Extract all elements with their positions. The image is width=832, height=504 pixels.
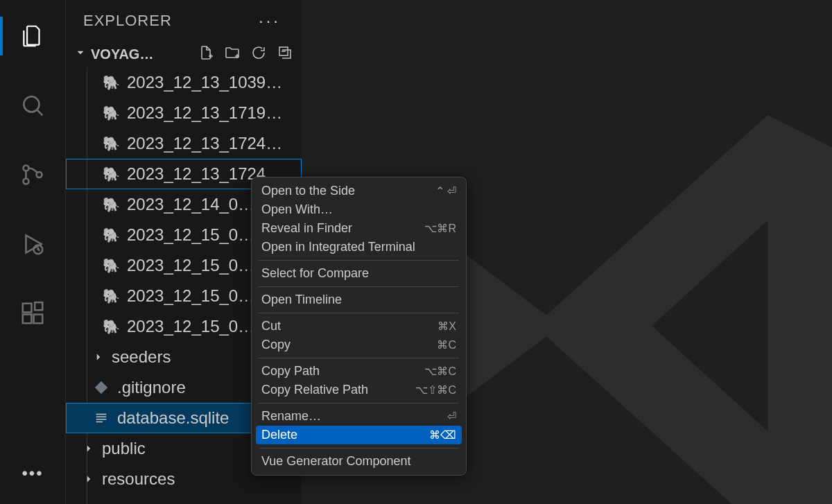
menu-separator [259, 448, 459, 449]
file-label: 2023_12_15_0… [127, 256, 254, 275]
file-label: 2023_12_15_0… [127, 225, 254, 245]
menu-item-shortcut: ⏎ [447, 410, 456, 423]
menu-item-label: Open With… [261, 202, 333, 217]
menu-item-label: Copy [261, 338, 291, 352]
menu-item-label: Open in Integrated Terminal [261, 240, 415, 254]
menu-item-label: Delete [261, 428, 297, 442]
menu-item-label: Open Timeline [261, 293, 342, 307]
php-file-icon: 🐘 [102, 166, 120, 182]
svg-rect-7 [34, 315, 43, 324]
context-menu-item[interactable]: Select for Compare [252, 264, 466, 283]
file-item[interactable]: 🐘2023_12_13_1724… [66, 128, 302, 159]
php-file-icon: 🐘 [102, 227, 120, 243]
workspace-header[interactable]: VOYAG… [66, 42, 302, 67]
file-item[interactable]: 🐘2023_12_13_1719… [66, 98, 302, 128]
context-menu-item[interactable]: Delete⌘⌫ [256, 426, 462, 444]
context-menu-item[interactable]: Copy Path⌥⌘C [252, 362, 466, 381]
context-menu-item[interactable]: Copy⌘C [252, 336, 466, 354]
file-label: .gitignore [117, 378, 186, 397]
run-debug-icon[interactable] [13, 225, 52, 263]
menu-item-label: Copy Relative Path [261, 383, 368, 397]
file-label: 2023_12_13_1724… [127, 134, 282, 153]
menu-item-shortcut: ⌃ ⏎ [435, 184, 456, 198]
menu-separator [259, 358, 459, 358]
search-icon[interactable] [13, 86, 52, 125]
new-folder-icon[interactable] [224, 44, 241, 64]
svg-point-2 [24, 179, 29, 184]
file-label: 2023_12_13_1039… [127, 73, 282, 92]
workspace-name: VOYAG… [91, 46, 153, 62]
context-menu: Open to the Side⌃ ⏎Open With…Reveal in F… [251, 177, 467, 476]
context-menu-item[interactable]: Reveal in Finder⌥⌘R [252, 219, 466, 238]
php-file-icon: 🐘 [102, 257, 120, 274]
file-label: 2023_12_14_0… [127, 195, 254, 214]
menu-item-label: Open to the Side [261, 184, 355, 198]
svg-rect-5 [23, 304, 32, 313]
context-menu-item[interactable]: Open to the Side⌃ ⏎ [252, 182, 466, 200]
menu-item-label: Copy Path [261, 364, 320, 379]
php-file-icon: 🐘 [102, 288, 120, 304]
source-control-icon[interactable] [13, 155, 52, 194]
menu-item-shortcut: ⌘X [437, 320, 456, 333]
svg-rect-6 [23, 315, 32, 324]
menu-item-shortcut: ⌥⇧⌘C [415, 383, 456, 397]
file-label: public [102, 439, 146, 458]
menu-item-shortcut: ⌘⌫ [429, 428, 456, 442]
menu-item-label: Reveal in Finder [261, 221, 352, 236]
svg-point-3 [37, 172, 42, 177]
extensions-icon[interactable] [13, 294, 52, 333]
svg-point-0 [24, 96, 39, 112]
chevron-right-icon [83, 473, 95, 485]
menu-item-label: Rename… [261, 409, 321, 424]
file-label: resources [102, 469, 175, 489]
menu-item-label: Cut [261, 319, 281, 333]
php-file-icon: 🐘 [102, 74, 120, 91]
workspace-actions [198, 44, 293, 64]
menu-separator [259, 286, 459, 287]
svg-point-1 [24, 166, 29, 171]
file-item[interactable]: 🐘2023_12_13_1039… [66, 67, 302, 98]
php-file-icon: 🐘 [102, 318, 120, 335]
context-menu-item[interactable]: Cut⌘X [252, 317, 466, 336]
explorer-icon[interactable] [13, 17, 52, 55]
more-icon[interactable]: ••• [21, 464, 43, 483]
php-file-icon: 🐘 [102, 196, 120, 213]
context-menu-item[interactable]: Open Timeline [252, 290, 466, 309]
file-label: 2023_12_15_0… [127, 286, 254, 306]
context-menu-item[interactable]: Open in Integrated Terminal [252, 238, 466, 257]
gitignore-icon [92, 380, 110, 395]
menu-item-label: Vue Generator Component [261, 454, 410, 469]
new-file-icon[interactable] [198, 44, 214, 64]
context-menu-item[interactable]: Copy Relative Path⌥⇧⌘C [252, 381, 466, 399]
chevron-down-icon [74, 46, 87, 62]
active-indicator [0, 17, 3, 55]
chevron-right-icon [83, 442, 95, 455]
explorer-title: EXPLORER [83, 12, 172, 30]
php-file-icon: 🐘 [102, 135, 120, 152]
menu-item-label: Select for Compare [261, 266, 369, 281]
refresh-icon[interactable] [250, 44, 267, 64]
file-label: seeders [112, 347, 171, 367]
menu-separator [259, 260, 459, 261]
app-root: ••• EXPLORER ··· VOYAG… 🐘2023_12_13_1039… [0, 0, 832, 504]
activity-bar: ••• [0, 0, 66, 504]
chevron-right-icon [92, 351, 105, 363]
menu-item-shortcut: ⌥⌘C [424, 365, 456, 378]
menu-item-shortcut: ⌥⌘R [424, 222, 456, 235]
file-label: 2023_12_13_1719… [127, 103, 282, 123]
explorer-header: EXPLORER ··· [66, 0, 302, 42]
database-icon [92, 410, 110, 426]
menu-separator [259, 403, 459, 403]
context-menu-item[interactable]: Rename…⏎ [252, 407, 466, 426]
context-menu-item[interactable]: Vue Generator Component [252, 452, 466, 471]
svg-rect-8 [35, 302, 42, 310]
file-label: 2023_12_15_0… [127, 317, 254, 336]
file-label: database.sqlite [117, 408, 229, 428]
collapse-all-icon[interactable] [277, 44, 293, 64]
menu-item-shortcut: ⌘C [437, 338, 456, 351]
explorer-more-icon[interactable]: ··· [259, 11, 288, 31]
context-menu-item[interactable]: Open With… [252, 200, 466, 219]
php-file-icon: 🐘 [102, 105, 120, 121]
menu-separator [259, 313, 459, 313]
